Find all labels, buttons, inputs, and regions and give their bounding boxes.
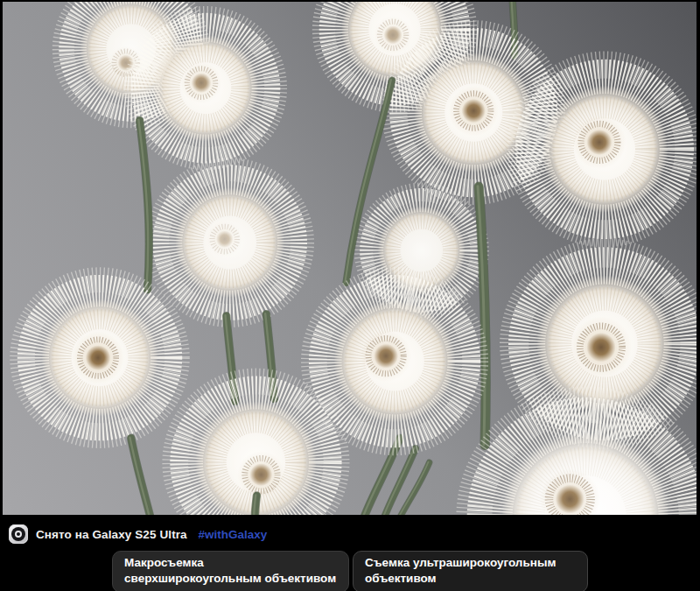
photo-svg: Close-up photo of many white dandelion s… — [3, 2, 696, 515]
caption-text: Снято на Galaxy S25 Ultra — [36, 528, 191, 541]
lens-buttons: Макросъемка сверхширокоугольным объектив… — [0, 551, 700, 591]
dandelion-head — [23, 280, 178, 436]
ultrawide-lens-button[interactable]: Съемка ультраширокоугольным объективом — [353, 551, 588, 591]
camera-icon — [9, 524, 28, 544]
caption-bar: Снято на Galaxy S25 Ultra #withGalaxy Ма… — [0, 515, 700, 591]
caption-row: Снято на Galaxy S25 Ultra #withGalaxy — [0, 524, 700, 544]
photo-dandelions: Close-up photo of many white dandelion s… — [0, 0, 700, 515]
withgalaxy-hashtag-link[interactable]: #withGalaxy — [199, 528, 268, 541]
macro-ultrawide-lens-button[interactable]: Макросъемка сверхширокоугольным объектив… — [112, 551, 349, 591]
stem — [254, 495, 256, 515]
app-window: Close-up photo of many white dandelion s… — [0, 0, 700, 591]
